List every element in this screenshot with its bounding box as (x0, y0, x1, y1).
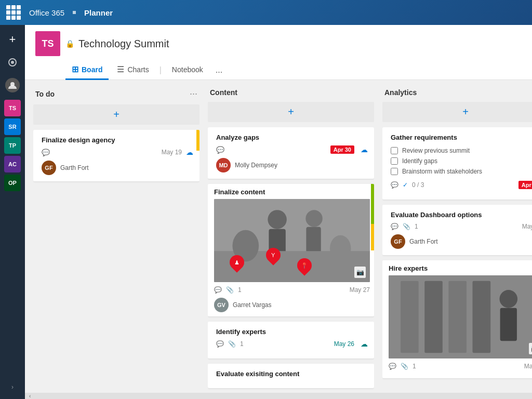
todo-column-header: To do ··· (33, 88, 200, 99)
card-hire-experts[interactable]: Hire experts (382, 260, 532, 378)
sidebar-ts-badge[interactable]: TS (4, 100, 21, 116)
card-image: ♟ Y 📍 📷 (214, 199, 370, 282)
analytics-column-title: Analytics (384, 88, 417, 97)
sidebar-op-badge[interactable]: OP (4, 175, 21, 191)
sidebar-bottom: › (7, 379, 18, 395)
sidebar-ac-badge[interactable]: AC (4, 156, 21, 172)
top-bar: Office 365 Planner (0, 0, 532, 25)
analytics-column-header: Analytics (382, 88, 532, 97)
card-analyze-gaps[interactable]: Analyze gaps 💬 Apr 30 ☁ MD Molly Dempsey (208, 127, 374, 179)
todo-add-button[interactable]: + (33, 104, 200, 125)
main-layout: + TS SR TP AC OP (0, 25, 532, 399)
person-avatar: GV (214, 298, 229, 312)
person-avatar: MD (216, 158, 231, 172)
logo-separator (73, 11, 76, 14)
person-avatar: GF (391, 234, 405, 249)
office-365-logo: Office 365 (29, 8, 64, 17)
card-meta: 💬 Apr 30 ☁ (216, 145, 368, 154)
sidebar: + TS SR TP AC OP (0, 25, 25, 399)
card-identify-experts[interactable]: Identify experts 💬 📎 1 May 26 ☁ (208, 322, 374, 358)
board-area: To do ··· + Finalize design agency 💬 May… (25, 80, 532, 393)
svg-rect-17 (500, 308, 517, 341)
checklist-checkbox-1[interactable] (391, 147, 398, 154)
camera-icon[interactable]: 📷 (354, 267, 366, 278)
checklist-date: Apr 27 (518, 181, 532, 189)
nav-separator: | (157, 61, 164, 79)
card-date-overdue: Apr 30 (330, 145, 354, 154)
plan-title-row: TS 🔒 Technology Summit (35, 25, 522, 60)
analytics-add-button[interactable]: + (382, 102, 532, 122)
card-date: May 19 (162, 149, 182, 156)
sidebar-profile-icon[interactable] (2, 75, 23, 96)
card-title: Identify experts (216, 328, 368, 336)
card-meta: 💬 📎 1 May 26 ☁ (216, 340, 368, 348)
attachment-count: 1 (413, 363, 416, 370)
svg-rect-12 (401, 281, 419, 353)
sidebar-add-button[interactable]: + (2, 29, 23, 50)
attachment-count: 1 (240, 340, 244, 348)
content-column-title: Content (210, 88, 237, 97)
person-avatar: GF (42, 161, 56, 175)
nav-notebook-tab[interactable]: Notebook (166, 61, 209, 79)
cloud-icon: ☁ (186, 148, 193, 156)
cloud-icon: ☁ (361, 340, 368, 348)
sidebar-home-icon[interactable] (2, 52, 23, 73)
sidebar-expand-arrow[interactable]: › (7, 379, 18, 395)
card-person: MD Molly Dempsey (216, 158, 368, 172)
sidebar-sr-badge[interactable]: SR (4, 118, 21, 135)
card-finalize-content[interactable]: Finalize content (208, 184, 374, 316)
todo-column-more[interactable]: ··· (190, 88, 197, 99)
comment-icon: 💬 (216, 146, 224, 154)
card-date: May 27 (524, 363, 532, 370)
checklist-item-1: Review previous summit (391, 145, 532, 156)
camera-icon-2[interactable]: 📷 (529, 343, 532, 354)
plan-header: TS 🔒 Technology Summit ⊞ Board ☰ Charts … (25, 25, 532, 80)
svg-rect-13 (424, 281, 443, 353)
card-title: Finalize design agency (42, 136, 193, 144)
checklist-item-2: Identify gaps (391, 156, 532, 166)
nav-more-button[interactable]: ... (211, 61, 227, 79)
sidebar-tp-badge[interactable]: TP (4, 137, 21, 154)
charts-nav-icon: ☰ (117, 64, 124, 74)
attachment-icon: 📎 (228, 340, 236, 348)
card-meta: 💬 📎 1 May 27 (214, 286, 370, 294)
nav-charts-tab[interactable]: ☰ Charts (111, 60, 155, 80)
checklist-checkbox-3[interactable] (391, 168, 398, 175)
content-add-button[interactable]: + (208, 102, 374, 122)
scroll-left-arrow[interactable]: ‹ (25, 393, 35, 399)
card-evaluate-content[interactable]: Evaluate exisiting content (208, 364, 374, 388)
card-gather-requirements[interactable]: Gather requirements Review previous summ… (382, 127, 532, 200)
todo-column: To do ··· + Finalize design agency 💬 May… (33, 88, 200, 393)
card-person: GV Garret Vargas (214, 298, 370, 312)
svg-rect-14 (448, 281, 467, 353)
attachment-icon: 📎 (226, 286, 234, 294)
svg-point-16 (499, 290, 517, 308)
svg-point-4 (268, 210, 286, 229)
analytics-cards: Gather requirements Review previous summ… (382, 127, 532, 393)
comment-icon: 💬 (42, 149, 50, 156)
card-title: Hire experts (389, 264, 532, 272)
checklist-progress: 0 / 3 (412, 181, 424, 189)
nav-board-tab[interactable]: ⊞ Board (65, 60, 109, 80)
card-image-hire: 📷 (389, 275, 532, 358)
todo-column-title: To do (35, 90, 55, 98)
card-title: Evaluate Dashboard options (391, 211, 532, 219)
attachment-icon: 📎 (401, 363, 408, 370)
person-name: Garth Fort (409, 238, 438, 245)
plan-nav: ⊞ Board ☰ Charts | Notebook ... (65, 60, 522, 79)
card-finalize-design[interactable]: Finalize design agency 💬 May 19 ☁ GF Gar… (33, 130, 200, 181)
check-icon: ✓ (403, 181, 408, 189)
card-meta: 💬 May 19 ☁ (42, 148, 193, 156)
attachment-count: 1 (238, 286, 242, 294)
analytics-column: Analytics + Gather requirements Review p… (382, 88, 532, 393)
checklist-checkbox-2[interactable] (391, 157, 398, 165)
app-grid-icon[interactable] (6, 5, 21, 20)
main-content: TS 🔒 Technology Summit ⊞ Board ☰ Charts … (25, 25, 532, 399)
card-title: Evaluate exisiting content (216, 370, 368, 378)
content-column: Content + Analyze gaps 💬 Apr 30 ☁ MD (208, 88, 374, 393)
card-meta: 💬 📎 1 May 27 (389, 363, 532, 370)
card-evaluate-dashboard[interactable]: Evaluate Dashboard options 💬 📎 1 May 21 … (382, 205, 532, 255)
checklist-item-3: Brainstorm with stakeholders (391, 166, 532, 177)
card-person: GF Garth Fort (391, 234, 532, 249)
bottom-scrollbar[interactable]: ‹ (25, 393, 532, 399)
